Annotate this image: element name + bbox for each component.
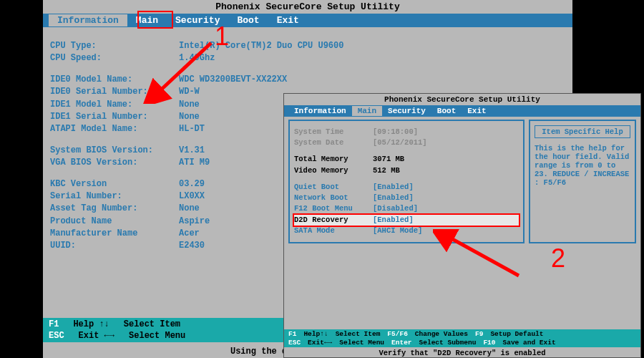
menu-boot[interactable]: Boot	[228, 14, 268, 26]
bottom-caption: Verify that "D2D Recovery" is enabled	[284, 349, 640, 357]
help-title: Item Specific Help	[535, 125, 630, 138]
footer-bar-2: ESC Exit←→ Select Menu Enter Select Subm…	[284, 338, 640, 347]
field-row: CPU Speed:1.40Ghz	[50, 52, 565, 64]
menu-boot[interactable]: Boot	[431, 106, 462, 116]
menu-exit[interactable]: Exit	[462, 106, 492, 116]
field-total-memory: Total Memory3071 MB	[294, 154, 519, 165]
annotation-number-2: 2	[551, 243, 565, 274]
main-panel: System Time[09:18:00] System Date[05/12/…	[288, 120, 525, 243]
menu-main[interactable]: Main	[352, 106, 382, 116]
field-sata-mode: SATA Mode[AHCI Mode]	[294, 226, 519, 236]
field-system-date: System Date[05/12/2011]	[294, 137, 519, 148]
annotation-number-1: 1	[215, 21, 229, 52]
menu-information[interactable]: Information	[49, 14, 127, 26]
menu-information[interactable]: Information	[288, 106, 352, 116]
title-bar: Phonenix SecureCore Setup Utility	[284, 94, 640, 105]
field-f12-boot-menu: F12 Boot Menu[Disabled]	[294, 203, 519, 214]
annotation-box-1	[137, 11, 173, 29]
field-row: CPU Type:Intel(R) Core(TM)2 Duo CPU U960…	[50, 40, 565, 52]
help-text: This is the help for the hour field. Val…	[535, 144, 630, 187]
field-video-memory: Video Memory512 MB	[294, 165, 519, 176]
field-network-boot: Network Boot[Enabled]	[294, 193, 519, 203]
help-panel: Item Specific Help This is the help for …	[529, 120, 636, 243]
field-quiet-boot: Quiet Boot[Enabled]	[294, 182, 519, 193]
bios-window-2: Phonenix SecureCore Setup Utility Inform…	[283, 93, 641, 358]
menu-bar: Information Main Security Boot Exit	[43, 14, 572, 27]
menu-security[interactable]: Security	[382, 106, 431, 116]
field-system-time: System Time[09:18:00]	[294, 127, 519, 137]
menu-exit[interactable]: Exit	[268, 14, 308, 26]
content-panel: System Time[09:18:00] System Date[05/12/…	[284, 117, 640, 246]
field-d2d-recovery: D2D Recovery[Enabled]	[294, 215, 519, 226]
field-row: IDE0 Model Name:WDC WD3200BEVT-XX22XX	[50, 74, 565, 86]
title-bar: Phonenix SecureCore Setup Utility	[43, 0, 572, 14]
menu-bar: Information Main Security Boot Exit	[284, 105, 640, 117]
